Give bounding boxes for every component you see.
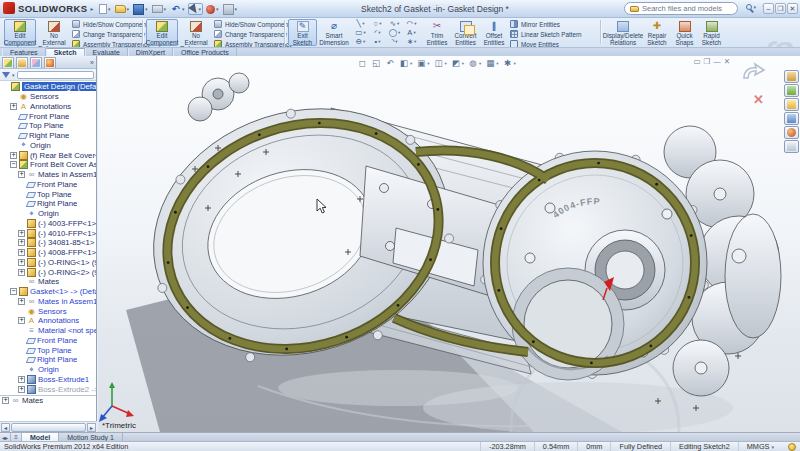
tab-motion-study-1[interactable]: Motion Study 1 [59,433,123,441]
dropdown-caret[interactable]: ▾ [235,6,238,12]
motion-expand-icon[interactable]: ≡ [11,433,22,441]
zoom-fit-button[interactable]: ◻ [356,57,368,69]
tree-item-right-plane[interactable]: Right Plane [0,199,96,209]
undo-button[interactable]: ↶▾ [169,3,186,15]
sketch-point[interactable] [186,306,189,309]
dropdown-caret[interactable]: ▾ [427,61,429,66]
print-button[interactable]: ▾ [151,3,168,15]
sketch-point[interactable] [497,289,500,292]
save-button[interactable]: ▾ [132,3,149,15]
rapid-sketch-button[interactable]: RapidSketch [699,19,724,46]
tab-evaluate[interactable]: Evaluate [85,48,128,56]
tree-item-4003-ffp-1-defau[interactable]: (-) 4003-FFP<1> (Defau [0,219,96,229]
dropdown-caret[interactable]: ▾ [108,6,111,12]
close-button[interactable]: ✕ [787,3,798,14]
tree-item-o-ring-1-9452k1[interactable]: +(-) O-RING<1> (9452K1 [0,258,96,268]
tree-item-top-plane[interactable]: Top Plane [0,121,96,131]
sketch-point[interactable] [429,258,432,261]
expand-toggle[interactable]: + [18,249,25,256]
tree-item-top-plane[interactable]: Top Plane [0,345,96,355]
apply-scene-button[interactable]: ▦▾ [484,57,499,69]
linear-sketch-pattern-button[interactable]: Linear Sketch Pattern [510,30,596,38]
partial-ellipse-tool[interactable]: ◠▾ [403,19,420,28]
new-document-button[interactable]: ▾ [98,3,112,15]
tree-item-top-plane[interactable]: Top Plane [0,189,96,199]
tree-item-boss-extrude2[interactable]: +Boss-Extrude2 -> [0,384,96,394]
model-viewport[interactable]: 4004-FFP [98,56,800,432]
ellipse-tool[interactable]: ◯▾ [386,28,403,37]
sketch-point[interactable] [167,261,170,264]
doc-minimize-icon[interactable]: — [713,57,721,66]
hide-show-items-button[interactable]: ◩▾ [450,57,465,69]
panel-scrollbar[interactable]: ◂ ▸ [0,421,97,432]
tree-item-origin[interactable]: ⌖Origin [0,209,96,219]
sketch-point[interactable] [345,336,348,339]
appearances-button[interactable] [784,126,799,139]
sketch-point[interactable] [436,208,439,211]
dropdown-caret[interactable]: ▾ [378,30,380,35]
spline-tool[interactable]: ∿▾ [386,19,403,28]
solidworks-menu[interactable]: SOLIDWORKS ▸ [3,2,93,14]
sketch-pattern-tool[interactable]: ∗▾ [403,37,420,46]
dropdown-caret[interactable]: ▾ [414,21,416,26]
tree-item-front-plane[interactable]: Front Plane [0,180,96,190]
expand-toggle[interactable]: + [18,230,25,237]
dropdown-caret[interactable]: ▾ [496,61,498,66]
tree-item-4010-ffp-1-defau[interactable]: +(-) 4010-FFP<1> (Defau [0,228,96,238]
line-tool[interactable]: ╲▾ [352,19,369,28]
file-explorer-button[interactable] [784,98,799,111]
sketch-point[interactable] [375,132,378,135]
tree-item-front-plane[interactable]: Front Plane [0,336,96,346]
tab-model[interactable]: Model [22,433,59,441]
no-external-references-button[interactable]: NoExternalReferences [38,19,70,46]
configurationmanager-tab[interactable] [30,57,42,68]
tree-item-front-plane[interactable]: Front Plane [0,111,96,121]
change-transparency-button[interactable]: Change Transparency [72,30,142,38]
tab-dimxpert[interactable]: DimXpert [128,48,173,56]
tab-office-products[interactable]: Office Products [173,48,237,56]
tab-sketch[interactable]: Sketch [46,48,85,56]
sketch-point[interactable] [207,165,210,168]
expand-toggle[interactable]: + [2,397,9,404]
dropdown-caret[interactable]: ▾ [398,30,400,35]
sketch-point[interactable] [174,211,177,214]
search-box[interactable]: Search files and models [624,2,738,15]
minimize-button[interactable]: – [763,3,774,14]
dropdown-caret[interactable]: ▾ [479,61,481,66]
dropdown-caret[interactable]: ▾ [182,6,185,12]
tree-item-mates-in-assem1[interactable]: +∞Mates in Assem1 [0,297,96,307]
expand-toggle[interactable]: + [18,259,25,266]
custom-properties-button[interactable] [784,140,799,153]
arc-tool[interactable]: ◜▾ [369,28,386,37]
tree-item-mates[interactable]: ∞Mates [0,277,96,287]
scroll-right-arrow[interactable]: ▸ [87,423,96,432]
tree-item-34081-85-1-defaul[interactable]: +(-) 34081-85<1> (Defaul [0,238,96,248]
dropdown-caret[interactable]: ▾ [127,6,130,12]
dropdown-caret[interactable]: ▾ [216,6,219,12]
tree-item-mates[interactable]: +∞Mates [0,395,96,405]
tree-item-o-ring-2-9452k7[interactable]: +(-) O-RING<2> (9452K7 [0,267,96,277]
no-external-references-button-2[interactable]: NoExternalReferences [180,19,212,46]
zoom-area-button[interactable]: ◱ [370,57,382,69]
scroll-left-arrow[interactable]: ◂ [1,423,10,432]
dropdown-caret[interactable]: ▾ [514,61,516,66]
search-button[interactable] [784,112,799,125]
expand-toggle[interactable]: + [10,103,17,110]
sketch-point[interactable] [285,348,288,351]
sketch-point[interactable] [532,340,535,343]
sketch-point[interactable] [690,234,693,237]
circle-tool[interactable]: ○▾ [369,19,386,28]
expand-toggle[interactable]: + [18,386,25,393]
dropdown-caret[interactable]: ▾ [164,6,167,12]
sketch-point[interactable] [590,362,593,365]
doc-save-icon[interactable]: ▭ [693,57,700,66]
sketch-point[interactable] [597,162,600,165]
panel-flyout-chevron[interactable]: » [90,59,94,66]
tree-item-front-belt-cover-assembly[interactable]: −Front Belt Cover Assembly< [0,160,96,170]
tree-item-right-plane[interactable]: Right Plane [0,131,96,141]
tree-item-annotations[interactable]: +AAnnotations [0,316,96,326]
convert-entities-button[interactable]: ConvertEntities [452,19,479,46]
tree-item-origin[interactable]: ⌖Origin [0,365,96,375]
sketch-point[interactable] [500,227,503,230]
tab-features[interactable]: Features [2,48,46,56]
